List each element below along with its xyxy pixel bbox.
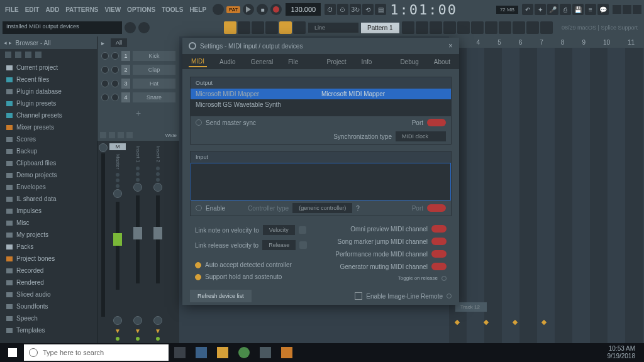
browser-item[interactable]: Misc: [0, 217, 97, 229]
gen-mute-channel-field[interactable]: [431, 263, 447, 270]
channel-name[interactable]: Hat: [133, 79, 175, 89]
maximize-icon[interactable]: [623, 5, 631, 14]
pan-knob[interactable]: [101, 80, 109, 87]
channel-name[interactable]: Clap: [133, 65, 175, 75]
filter4-icon[interactable]: [35, 52, 42, 58]
support-hold-radio[interactable]: [195, 274, 201, 280]
settings-titlebar[interactable]: Settings - MIDI input / output devices ×: [182, 38, 459, 54]
channel-name[interactable]: Snare: [133, 92, 175, 102]
browser-item[interactable]: Soundfonts: [0, 300, 97, 312]
mixer-track-master[interactable]: M Master ▼: [108, 142, 128, 342]
mixer-track-2[interactable]: Insert 2 ▼: [148, 142, 168, 342]
output-port-field[interactable]: [427, 119, 446, 126]
sync-type-dropdown[interactable]: MIDI clock: [396, 131, 446, 141]
t10-icon[interactable]: [526, 21, 539, 34]
browser-item[interactable]: Packs: [0, 241, 97, 253]
t3-icon[interactable]: [430, 21, 442, 34]
toggle-release-radio[interactable]: [441, 276, 447, 281]
close-icon[interactable]: ×: [448, 41, 453, 50]
render-icon[interactable]: ⎙: [560, 4, 571, 15]
save-icon[interactable]: 💾: [572, 4, 584, 15]
tab-midi[interactable]: MIDI: [189, 57, 207, 67]
pan-knob[interactable]: [133, 183, 142, 192]
browser-item[interactable]: Sliced audio: [0, 288, 97, 300]
snap-mode[interactable]: Line: [308, 23, 358, 33]
pan-knob[interactable]: [153, 183, 162, 192]
transport-knob-icon[interactable]: [213, 4, 224, 15]
browser-item[interactable]: Rendered: [0, 277, 97, 288]
playlist-grid[interactable]: Track 12: [449, 48, 644, 343]
browser-item[interactable]: Plugin database: [0, 85, 97, 97]
t8-icon[interactable]: [499, 21, 511, 34]
tab-info[interactable]: Info: [359, 57, 375, 67]
view-plugin-icon[interactable]: [293, 21, 306, 34]
browser-item[interactable]: Backup: [0, 145, 97, 157]
filter2-icon[interactable]: [15, 52, 21, 58]
tab-audio[interactable]: Audio: [217, 57, 238, 67]
browser-header[interactable]: ◂ ▸ Browser - All: [0, 36, 97, 49]
mixer-view-mode[interactable]: Wide: [165, 133, 177, 138]
menu-help[interactable]: HELP: [187, 5, 209, 14]
channel-number[interactable]: 1: [121, 51, 130, 61]
mix-i3-icon[interactable]: [118, 132, 124, 138]
link-icon[interactable]: [299, 241, 307, 249]
flstudio-icon[interactable]: [277, 344, 297, 361]
taskbar-search[interactable]: Type here to search: [24, 344, 169, 361]
tab-general[interactable]: General: [248, 57, 276, 67]
task-view-icon[interactable]: [170, 344, 190, 361]
browser-item[interactable]: Recent files: [0, 74, 97, 85]
menu-file[interactable]: FILE: [3, 5, 21, 14]
velocity-dropdown[interactable]: Velocity: [263, 225, 295, 235]
pan-knob[interactable]: [101, 66, 109, 74]
pattern-selector[interactable]: Pattern 1: [361, 23, 399, 33]
t1-icon[interactable]: [402, 21, 414, 34]
vol-knob[interactable]: [111, 94, 119, 101]
vol-knob[interactable]: [111, 66, 119, 74]
output-device-row[interactable]: Microsoft GS Wavetable Synth: [191, 99, 451, 110]
controller-type-dropdown[interactable]: (generic controller): [292, 203, 352, 213]
marker-icon[interactable]: [484, 320, 489, 325]
browser-item[interactable]: Plugin presets: [0, 97, 97, 109]
knob-icon[interactable]: [125, 22, 136, 33]
channel-row[interactable]: 3Hat: [97, 77, 179, 90]
tab-file[interactable]: File: [286, 57, 301, 67]
browser-item[interactable]: IL shared data: [0, 193, 97, 205]
input-port-field[interactable]: [427, 204, 446, 212]
link-icon[interactable]: [299, 226, 306, 234]
t4-icon[interactable]: [443, 21, 456, 34]
metronome-icon[interactable]: ⏱: [325, 4, 336, 15]
start-button[interactable]: [3, 344, 23, 361]
send-master-sync-radio[interactable]: [196, 119, 202, 126]
view-mixer-icon[interactable]: [265, 21, 278, 34]
playlist-track-label[interactable]: Track 12: [455, 302, 487, 312]
t6-icon[interactable]: [471, 21, 484, 34]
app2-icon[interactable]: [255, 344, 275, 361]
tab-about[interactable]: About: [431, 57, 453, 67]
mic-icon[interactable]: 🎤: [547, 4, 558, 15]
browser-item[interactable]: Speech: [0, 312, 97, 324]
mix-i4-icon[interactable]: [126, 132, 133, 138]
perf-channel-field[interactable]: [431, 250, 447, 258]
browser-item[interactable]: Impulses: [0, 205, 97, 217]
tempo-display[interactable]: 130.000: [286, 3, 321, 16]
master-fader[interactable]: [116, 202, 119, 290]
undo-icon[interactable]: ↶: [522, 4, 533, 15]
tab-project[interactable]: Project: [324, 57, 348, 67]
browser-item[interactable]: Templates: [0, 324, 97, 336]
browser-item[interactable]: Recorded: [0, 265, 97, 277]
minimize-icon[interactable]: [613, 5, 621, 14]
taskbar-clock[interactable]: 10:53 AM 9/19/2018: [601, 345, 642, 360]
output-device-list[interactable]: Microsoft MIDI MapperMicrosoft MIDI Mapp…: [191, 89, 451, 116]
vol-knob[interactable]: [111, 80, 119, 87]
marker-channel-field[interactable]: [431, 238, 447, 245]
filter1-icon[interactable]: [5, 52, 11, 58]
step-icon[interactable]: ▤: [375, 4, 386, 15]
mixer-scrollbar[interactable]: [99, 142, 108, 342]
playlist-ruler[interactable]: 34567891011: [449, 36, 644, 48]
enable-input-radio[interactable]: [196, 205, 202, 211]
browser-item[interactable]: Scores: [0, 133, 97, 145]
marker-icon[interactable]: [455, 320, 460, 325]
stop-button[interactable]: ■: [257, 4, 268, 15]
release-dropdown[interactable]: Release: [262, 240, 296, 250]
vol-knob[interactable]: [111, 52, 119, 60]
